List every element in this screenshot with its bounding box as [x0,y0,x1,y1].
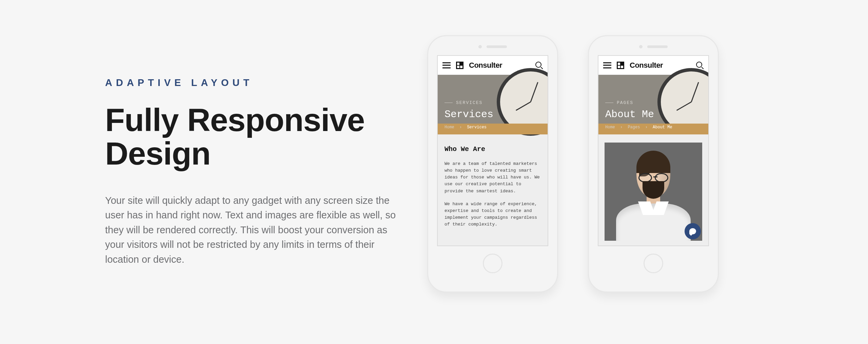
search-icon[interactable] [696,62,704,69]
home-button[interactable] [644,254,663,273]
hero-title: Services [445,109,541,120]
crumb-current: Services [467,125,487,130]
menu-icon[interactable] [442,62,451,68]
content-area [598,134,708,245]
menu-icon[interactable] [603,62,611,68]
section-heading: Fully Responsive Design [105,103,410,170]
content-area: Who We Are We are a team of talented mar… [438,134,548,245]
hero-title: About Me [605,109,702,120]
breadcrumb: Home › Services [445,125,541,130]
crumb-mid[interactable]: Pages [628,125,640,130]
logo-icon [456,62,463,69]
phone-screen: Consulter SERVICES Services Home › Servi… [437,55,548,246]
logo-icon [617,62,624,69]
person-illustration [616,156,691,241]
section-body: Your site will quickly adapt to any gadg… [105,193,403,267]
phone-speaker [478,45,507,48]
brand-name[interactable]: Consulter [630,61,663,70]
chat-fab[interactable] [685,223,701,239]
content-para-2: We have a wide range of experience, expe… [445,201,541,228]
phone-screen: Consulter PAGES About Me Home › Pages › [598,55,709,246]
search-icon[interactable] [535,62,543,69]
phone-mockup-about: Consulter PAGES About Me Home › Pages › [588,35,719,293]
content-heading: Who We Are [445,145,541,153]
phone-speaker [639,45,668,48]
breadcrumb: Home › Pages › About Me [605,125,702,130]
phone-mockup-services: Consulter SERVICES Services Home › Servi… [427,35,558,293]
crumb-current: About Me [653,125,672,130]
content-para-1: We are a team of talented marketers who … [445,160,541,195]
messenger-icon [689,228,696,234]
brand-name[interactable]: Consulter [469,61,502,70]
crumb-home[interactable]: Home [445,125,454,130]
hero-banner: SERVICES Services Home › Services [438,75,548,134]
hero-category: SERVICES [445,100,541,105]
crumb-home[interactable]: Home [605,125,615,130]
home-button[interactable] [483,254,502,273]
hero-category: PAGES [605,100,702,105]
eyebrow-text: ADAPTIVE LAYOUT [105,77,410,88]
hero-banner: PAGES About Me Home › Pages › About Me [598,75,708,134]
